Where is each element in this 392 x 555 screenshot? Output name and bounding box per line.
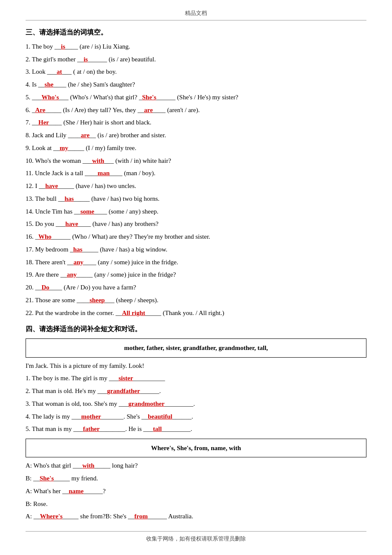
fill-blank-item-2: 2. The girl's mother __is______ (is / ar… (26, 54, 366, 66)
paragraph-item-3: 3. That woman is old, too. She's my ___g… (26, 398, 366, 410)
paragraph-item-5: 5. That man is my ___father________. He … (26, 423, 366, 435)
fill-blank-item-9: 9. Look at __my_____ (I / my) family tre… (26, 142, 366, 154)
fill-blank-item-16: 16. _Who______ (Who / What) are they? Th… (26, 231, 366, 243)
fill-blank-item-18: 18. There aren't __any____ (any / some) … (26, 257, 366, 269)
section3-title: 三、请选择适当的词填空。 (26, 26, 366, 38)
paragraph-item-2: 2. That man is old. He's my ___grandfath… (26, 385, 366, 397)
fill-blank-item-5: 5. ___Who's___ (Who's / What's) that gir… (26, 92, 366, 104)
footer-text: 收集于网络，如有侵权请联系管理员删除 (26, 531, 366, 544)
fill-blank-item-7: 7. __Her____ (She / Her) hair is short a… (26, 117, 366, 129)
fill-blank-item-13: 13. The bull __has_____ (have / has) two… (26, 193, 366, 205)
paragraph-intro: I'm Jack. This is a picture of my family… (26, 360, 366, 372)
paragraph-item-1: 1. The boy is me. The girl is my ___sist… (26, 373, 366, 384)
fill-blank-item-17: 17. My bedroom _has_____ (have / has) a … (26, 244, 366, 256)
fill-blank-item-19: 19. Are there __any_____ (any / some) ju… (26, 269, 366, 281)
fill-blank-item-1: 1. The boy __is____ (are / is) Liu Xiang… (26, 41, 366, 53)
fill-blank-item-10: 10. Who's the woman ___with___ (with / i… (26, 155, 366, 167)
fill-blank-item-22: 22. Put the wardrobe in the corner. __Al… (26, 307, 366, 319)
dialogue-item-5: A: __Where's_____ she from?B: She's __fr… (26, 511, 366, 523)
fill-blank-item-3: 3. Look ___at___ ( at / on) the boy. (26, 66, 366, 78)
wordbox2: Where's, She's, from, name, with (26, 439, 366, 457)
wordbox1: mother, father, sister, grandfather, gra… (26, 338, 366, 357)
fill-blank-item-4: 4. Is __she____ (he / she) Sam's daughte… (26, 79, 366, 91)
dialogue-item-4: B: Rose. (26, 498, 366, 510)
dialogue-item-2: B: __She's_____ my friend. (26, 473, 366, 485)
dialogue-item-1: A: Who's that girl ___with_____ long hai… (26, 460, 366, 472)
fill-blank-item-14: 14. Uncle Tim has __some____ (some / any… (26, 206, 366, 218)
fill-blank-item-11: 11. Uncle Jack is a tall ____man____ (ma… (26, 168, 366, 179)
paragraph-item-4: 4. The lady is my ___mother_______. She'… (26, 411, 366, 423)
header-text: 精品文档 (26, 9, 366, 20)
fill-blank-item-15: 15. Do you ___have____ (have / has) any … (26, 218, 366, 230)
fill-blank-item-21: 21. Those are some ____sheep___ (sheep /… (26, 295, 366, 306)
dialogue-item-3: A: What's her __name______? (26, 486, 366, 497)
section4-title: 四、请选择适当的词补全短文和对话。 (26, 323, 366, 335)
fill-blank-item-6: 6. _Are_____ (Is / Are) they tall? Yes, … (26, 104, 366, 116)
fill-blank-item-12: 12. I __have_____ (have / has) two uncle… (26, 180, 366, 192)
fill-blank-item-8: 8. Jack and Lily ____are__ (is / are) br… (26, 130, 366, 142)
fill-blank-item-20: 20. __Do____ (Are / Do) you have a farm? (26, 282, 366, 294)
